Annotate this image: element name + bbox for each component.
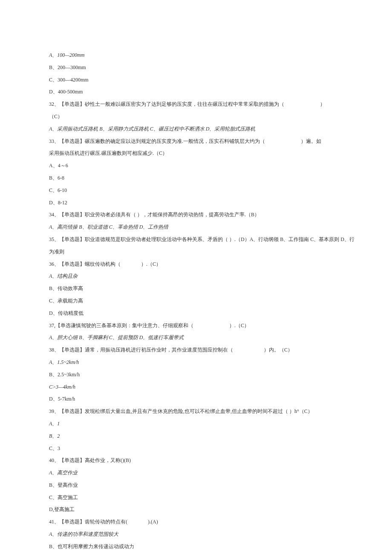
text-line: B、登高作业 bbox=[49, 479, 343, 491]
document-body: A、100—200mmB、200—300mmC、300—4200mmD、400-… bbox=[49, 49, 343, 555]
text-line: 35、【单选题】职业道德规范是职业劳动者处理职业活动中各种关系、矛盾的（ ）.（… bbox=[49, 233, 343, 246]
text-line: 41、【单选题】齿轮传动的特点有( ).(A) bbox=[49, 516, 343, 528]
text-line: A、传递的功率和速度范围较大 bbox=[49, 528, 343, 540]
text-line: D,登高施工 bbox=[49, 503, 343, 516]
text-line: A、4～6 bbox=[49, 160, 343, 172]
text-line: A、1 bbox=[49, 418, 343, 430]
text-line: A、高尚情操 B、职业道德 C、革命热情 D、工作热情 bbox=[49, 221, 343, 233]
text-line: A、结构且杂 bbox=[49, 270, 343, 282]
text-line: C、3 bbox=[49, 442, 343, 455]
text-line: 33、【单选题】碾压遍数的确定应以达到规定的压实度为准.一般情况，压实石料铺筑层… bbox=[49, 135, 343, 148]
text-line: 38、【单选题】通常，用振动压路机进行初压作业时，其作业速度范围应控制在（ ）内… bbox=[49, 344, 343, 356]
text-line: （C） bbox=[49, 110, 343, 123]
text-line: 40、【单选题】高处作业，又称()(B) bbox=[49, 454, 343, 467]
text-line: A、100—200mm bbox=[49, 49, 343, 61]
text-line: C、高空施工 bbox=[49, 491, 343, 504]
text-line: B、传动效率高 bbox=[49, 282, 343, 295]
text-line: D、400-500mm bbox=[49, 86, 343, 98]
text-line: 34、【单选题】职业劳动者必须具有（ ），才能保持高昂的劳动热情，提高劳动生产率… bbox=[49, 209, 343, 221]
text-line: D、5-7km/h bbox=[49, 393, 343, 405]
text-line: A、1.5~2km/h bbox=[49, 356, 343, 369]
text-line: 为准则 bbox=[49, 246, 343, 258]
text-line: D、传动精度低 bbox=[49, 307, 343, 320]
text-line: C、300—4200mm bbox=[49, 74, 343, 86]
text-line: C、6-10 bbox=[49, 184, 343, 197]
text-line: 39、【单选题】发现松绑后大量出血,并且有产生休克的危险,也可以不松绑止血带,但… bbox=[49, 405, 343, 418]
text-line: 采用振动压机进行碾压.碾压遍数则可相应减少.（C） bbox=[49, 147, 343, 160]
text-line: C>3—4km/h bbox=[49, 381, 343, 393]
text-line: 32、【单选题】砂性土一般难以碾压密实为了达到足够的压实度，往往在碾压过程中常常… bbox=[49, 98, 343, 110]
text-line: C、承载能力高 bbox=[49, 295, 343, 307]
text-line: 37,【单选谦慎驾驶的三条基本原则：集中注意力、仔细观察和（ ）.（C） bbox=[49, 320, 343, 332]
text-line: A、胆大心细 B、手脚麻利 C、提前预防 D、低速行车履带式 bbox=[49, 331, 343, 344]
text-line: B、2.5~3km/h bbox=[49, 369, 343, 381]
text-line: A、采用振动式压路机 B、采用静力式压路机 C、碾压过程中不断洒水 D、采用轮胎… bbox=[49, 123, 343, 135]
text-line: B、2 bbox=[49, 430, 343, 442]
text-line: C、传动效率低，但使用寿命长 bbox=[49, 553, 343, 555]
text-line: D、8-12 bbox=[49, 197, 343, 209]
text-line: B、200—300mm bbox=[49, 61, 343, 74]
text-line: B、也可利用摩擦力来传递运动或动力 bbox=[49, 540, 343, 553]
text-line: B、6-8 bbox=[49, 172, 343, 184]
text-line: A、高空作业 bbox=[49, 467, 343, 479]
text-line: 36、【单选题】螺纹传动机构（ ）.（C） bbox=[49, 258, 343, 270]
